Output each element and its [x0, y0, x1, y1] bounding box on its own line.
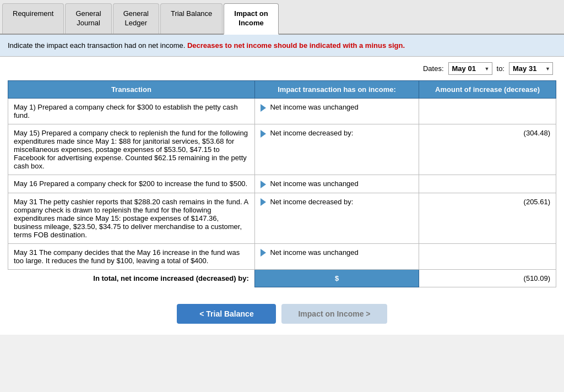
- tabs-container: Requirement GeneralJournal GeneralLedger…: [0, 0, 564, 35]
- trial-balance-button[interactable]: < Trial Balance: [177, 304, 276, 324]
- dates-to-select-wrapper: May 31: [509, 62, 553, 75]
- triangle-icon-2: [261, 130, 266, 138]
- total-dollar: $: [254, 269, 419, 287]
- dates-from-select[interactable]: May 01: [448, 62, 492, 75]
- col-header-impact: Impact transaction has on income:: [254, 81, 419, 99]
- table-row: May 31 The petty cashier reports that $2…: [8, 193, 556, 243]
- transaction-4: May 31 The petty cashier reports that $2…: [8, 193, 255, 243]
- transaction-2: May 15) Prepared a company check to repl…: [8, 124, 255, 175]
- amount-3[interactable]: [419, 175, 556, 193]
- tab-trial-balance[interactable]: Trial Balance: [160, 3, 223, 34]
- impact-income-table: Transaction Impact transaction has on in…: [8, 80, 556, 287]
- triangle-icon-3: [261, 181, 266, 188]
- table-row: May 16 Prepared a company check for $200…: [8, 175, 556, 193]
- date-row: Dates: May 01 to: May 31: [0, 57, 564, 80]
- main-content: Indicate the impact each transaction had…: [0, 35, 564, 335]
- bottom-nav: < Trial Balance Impact on Income >: [0, 293, 564, 335]
- table-row: May 15) Prepared a company check to repl…: [8, 124, 556, 175]
- dates-from-label: Dates:: [423, 64, 444, 73]
- col-header-amount: Amount of increase (decrease): [419, 81, 556, 99]
- total-row: In total, net income increased (decrease…: [8, 269, 556, 287]
- amount-2[interactable]: (304.48): [419, 124, 556, 175]
- total-label: In total, net income increased (decrease…: [8, 269, 255, 287]
- amount-4[interactable]: (205.61): [419, 193, 556, 243]
- dates-from-select-wrapper: May 01: [448, 62, 492, 75]
- impact-2: Net income decreased by:: [254, 124, 419, 175]
- transaction-5: May 31 The company decides that the May …: [8, 243, 255, 269]
- tab-general-ledger[interactable]: GeneralLedger: [113, 3, 159, 34]
- impact-3: Net income was unchanged: [254, 175, 419, 193]
- table-row: May 31 The company decides that the May …: [8, 243, 556, 269]
- transaction-1: May 1) Prepared a company check for $300…: [8, 99, 255, 124]
- transaction-3: May 16 Prepared a company check for $200…: [8, 175, 255, 193]
- table-row: May 1) Prepared a company check for $300…: [8, 99, 556, 124]
- amount-5[interactable]: [419, 243, 556, 269]
- tab-impact-income[interactable]: Impact onIncome: [224, 3, 278, 35]
- impact-4: Net income decreased by:: [254, 193, 419, 243]
- impact-5: Net income was unchanged: [254, 243, 419, 269]
- impact-1: Net income was unchanged: [254, 99, 419, 124]
- col-header-transaction: Transaction: [8, 81, 255, 99]
- dates-to-select[interactable]: May 31: [509, 62, 553, 75]
- impact-income-button: Impact on Income >: [281, 304, 387, 324]
- instruction-bar: Indicate the impact each transaction had…: [0, 35, 564, 57]
- instruction-highlight: Decreases to net income should be indica…: [187, 41, 405, 50]
- dates-to-label: to:: [497, 64, 505, 73]
- triangle-icon-1: [261, 104, 266, 112]
- triangle-icon-4: [261, 198, 266, 206]
- total-value: (510.09): [419, 269, 556, 287]
- triangle-icon-5: [261, 249, 266, 257]
- tab-requirement[interactable]: Requirement: [2, 3, 64, 34]
- amount-1[interactable]: [419, 99, 556, 124]
- tab-general-journal[interactable]: GeneralJournal: [65, 3, 111, 34]
